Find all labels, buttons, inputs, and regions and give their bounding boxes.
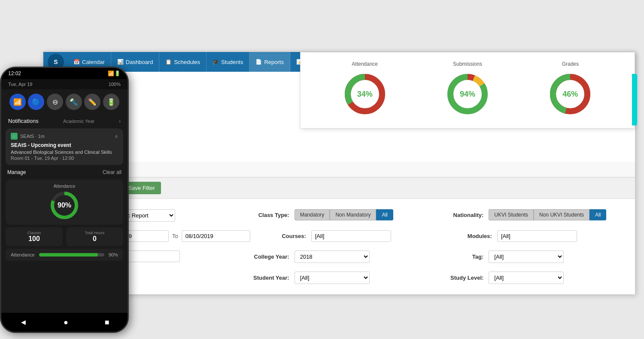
notification-app: S SEAtS · 1m (11, 133, 45, 140)
phone-date: Tue, Apr 19 (8, 82, 32, 87)
classes-label: Classes (9, 231, 59, 235)
total-hours-value: 0 (70, 235, 120, 243)
notification-detail: Room 01 - Tue, 19 Apr · 12:00 (11, 156, 118, 161)
stats-row: Classes 100 Total Hours 0 (6, 227, 123, 246)
notification-card: S SEAtS · 1m ∧ SEAtS - Upcoming event Ad… (6, 128, 123, 165)
phone-home-btn[interactable]: ● (64, 318, 68, 327)
nationality-btn-group: UKVI Students Non UKVI Students All (489, 209, 606, 220)
att-bar (39, 253, 104, 257)
form-group-modules: Modules: (453, 230, 622, 242)
nav-schedules[interactable]: 📋 Schedules (159, 52, 207, 72)
nav-reports-label: Reports (264, 59, 284, 65)
class-type-non-mandatory-btn[interactable]: Non Mandatory (330, 209, 376, 220)
nav-calendar-label: Calendar (82, 59, 105, 65)
college-year-select[interactable]: 2018 (295, 250, 370, 263)
nav-students-label: Students (221, 59, 243, 65)
att-bar-label: Attendance (11, 252, 35, 257)
expand-icon[interactable]: ∧ (115, 134, 118, 139)
classes-value: 100 (9, 235, 59, 243)
nav-dashboard-label: Dashboard (126, 59, 153, 65)
notification-app-name: SEAtS · 1m (20, 134, 45, 139)
calendar-icon: 📅 (73, 59, 80, 65)
schedules-icon: 📋 (165, 59, 172, 65)
notification-header: S SEAtS · 1m ∧ (11, 133, 118, 140)
donut-attendance: 34% (341, 70, 389, 118)
phone-back-btn[interactable]: ◄ (19, 318, 27, 327)
student-year-label: Student Year: (251, 275, 289, 281)
chart-submissions: Submissions 94% (444, 61, 491, 118)
class-type-label: Class Type: (251, 212, 289, 218)
form-row-2: Date: To Courses: Modules: (56, 230, 622, 242)
form-row-3: Schools: College Year: 2018 Tag: [All] (56, 250, 622, 263)
chart-grades: Grades 46% (547, 61, 594, 118)
notifications-label: Notifications (8, 118, 39, 124)
courses-label: Courses: (267, 233, 306, 239)
attendance-widget: Attendance 90% (6, 180, 123, 225)
nav-students[interactable]: 🎓 Students (207, 52, 249, 72)
notification-title: SEAtS - Upcoming event (11, 142, 118, 148)
attendance-title: Attendance (11, 184, 118, 189)
non-ukvi-students-btn[interactable]: Non UKVI Students (534, 209, 589, 220)
nationality-all-btn[interactable]: All (589, 209, 606, 220)
phone-icons-row: 📶 🔵 ⊖ 🔦 ✏️ 🔋 (1, 89, 128, 114)
att-bar-fill (39, 253, 98, 257)
phone-recents-btn[interactable]: ■ (105, 318, 109, 327)
donut-submissions: 94% (444, 70, 491, 118)
form-row-4: Student Year: [All] Study Level: [All] (56, 272, 622, 284)
phone-torch-icon[interactable]: 🔦 (66, 94, 82, 110)
phone-time: 12:02 (8, 70, 21, 76)
academic-year-label: Academic Year (63, 119, 94, 124)
attendance-pct: 90% (58, 202, 71, 209)
notifications-header: Notifications Academic Year › (1, 114, 128, 126)
courses-input[interactable] (311, 230, 391, 242)
phone-bluetooth-icon[interactable]: 🔵 (28, 94, 44, 110)
class-type-btn-group: Mandatory Non Mandatory All (295, 209, 393, 220)
notification-body: Advanced Biological Sciences and Clinica… (11, 150, 118, 155)
date-to-label: To (172, 233, 178, 239)
modules-input[interactable] (497, 230, 577, 242)
study-level-label: Study Level: (445, 275, 483, 281)
form-group-college-year: College Year: 2018 (251, 250, 428, 263)
phone-battery-icon[interactable]: 🔋 (103, 94, 119, 110)
chart-attendance: Attendance 34% (341, 61, 389, 118)
form-group-student-year: Student Year: [All] (251, 272, 428, 284)
chevron-right-icon: › (119, 119, 121, 124)
form-group-nationality: Nationality: UKVI Students Non UKVI Stud… (445, 209, 622, 220)
date-to-input[interactable] (182, 230, 250, 242)
clear-all-label[interactable]: Clear all (103, 169, 122, 175)
form-group-tag: Tag: [All] (445, 250, 622, 263)
manage-label[interactable]: Manage (7, 169, 26, 175)
chart-attendance-title: Attendance (352, 61, 378, 67)
form-group-class-type: Class Type: Mandatory Non Mandatory All (251, 209, 428, 220)
form-group-courses: Courses: (267, 230, 436, 242)
class-type-all-btn[interactable]: All (376, 209, 393, 220)
ukvi-students-btn[interactable]: UKVI Students (489, 209, 534, 220)
college-year-label: College Year: (251, 253, 289, 260)
phone-screen: Tue, Apr 19 100% 📶 🔵 ⊖ 🔦 ✏️ 🔋 Notificati… (1, 79, 128, 310)
nationality-label: Nationality: (445, 212, 483, 218)
students-icon: 🎓 (213, 59, 219, 65)
classes-stat: Classes 100 (6, 227, 63, 246)
reports-icon: 📄 (255, 59, 262, 65)
tag-label: Tag: (445, 253, 483, 260)
phone-status-bar: 12:02 📶🔋 (1, 68, 128, 79)
phone-wifi-icon[interactable]: 📶 (9, 94, 26, 110)
phone-battery: 100% (109, 82, 121, 87)
modules-label: Modules: (453, 233, 492, 239)
total-hours-stat: Total Hours 0 (66, 227, 123, 246)
phone-edit-icon[interactable]: ✏️ (84, 94, 100, 110)
donut-submissions-label: 94% (460, 90, 475, 99)
tabs-bar: Reports (43, 162, 635, 177)
class-type-mandatory-btn[interactable]: Mandatory (295, 209, 330, 220)
phone-status-icons: 📶🔋 (108, 70, 121, 76)
form-group-study-level: Study Level: [All] (445, 272, 622, 284)
chart-grades-title: Grades (562, 61, 579, 67)
student-year-select[interactable]: [All] (295, 272, 370, 284)
attendance-bar-row: Attendance 90% (6, 249, 123, 261)
nav-reports[interactable]: 📄 Reports (249, 52, 290, 72)
phone-dnd-icon[interactable]: ⊖ (47, 94, 63, 110)
tag-select[interactable]: [All] (489, 250, 564, 263)
nav-schedules-label: Schedules (174, 59, 200, 65)
form-row-1: Reports: Academic Report Class Type: Man… (56, 209, 622, 222)
study-level-select[interactable]: [All] (489, 272, 564, 284)
